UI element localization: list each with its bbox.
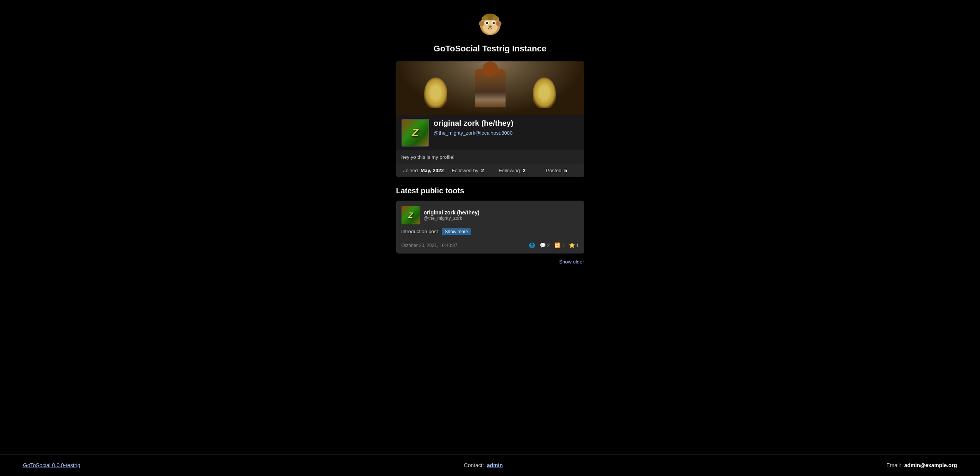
footer-contact-value[interactable]: admin [487, 462, 503, 468]
profile-stats: Joined May, 2022 Followed by 2 Following… [396, 164, 584, 177]
show-more-button[interactable]: Show more [442, 228, 471, 235]
footer-contact-label: Contact: [464, 462, 484, 468]
post-author-info: original zork (he/they) @the_mighty_zork [424, 209, 579, 221]
svg-point-7 [479, 21, 484, 26]
post-visibility-icon: 🌐 [529, 242, 535, 248]
post-author-name: original zork (he/they) [424, 209, 579, 216]
star-icon: ⭐ [569, 242, 575, 248]
site-logo [477, 12, 504, 40]
profile-banner [396, 61, 584, 115]
stat-followed-by: Followed by 2 [446, 168, 490, 173]
followed-by-count: 2 [481, 168, 484, 173]
post-reply-action[interactable]: 💬 2 [540, 242, 550, 248]
joined-date: May, 2022 [421, 168, 444, 173]
posted-count: 5 [564, 168, 567, 173]
following-count: 2 [523, 168, 526, 173]
profile-info: original zork (he/they) @the_mighty_zork… [396, 115, 584, 177]
footer-email: Email: admin@example.org [886, 462, 957, 468]
posted-label: Posted [546, 168, 561, 173]
svg-point-10 [481, 16, 488, 20]
post-author-row: original zork (he/they) @the_mighty_zork [402, 206, 579, 224]
latest-toots-title: Latest public toots [396, 186, 584, 195]
post-boost-action[interactable]: 🔁 1 [554, 242, 564, 248]
footer-email-label: Email: [886, 462, 901, 468]
site-footer: GoToSocial 0.0.0-testrig Contact: admin … [0, 454, 980, 476]
post-card: original zork (he/they) @the_mighty_zork… [396, 201, 584, 254]
site-header: GoToSocial Testrig Instance [434, 0, 547, 61]
followed-by-label: Followed by [452, 168, 478, 173]
profile-name-section: original zork (he/they) @the_mighty_zork… [434, 119, 579, 136]
avatar [402, 119, 429, 147]
svg-point-6 [488, 25, 491, 28]
svg-point-4 [486, 22, 488, 24]
show-older-link[interactable]: Show older [396, 259, 584, 265]
boost-icon: 🔁 [554, 242, 560, 248]
site-title: GoToSocial Testrig Instance [434, 44, 547, 54]
profile-top: original zork (he/they) @the_mighty_zork… [396, 115, 584, 150]
post-timestamp: October 20, 2021, 10:40:37 [402, 243, 525, 248]
post-avatar [402, 206, 420, 224]
banner-figure [475, 69, 506, 107]
svg-point-8 [496, 21, 501, 26]
profile-bio: hey yo this is my profile! [396, 150, 584, 164]
post-favorite-action[interactable]: ⭐ 1 [569, 242, 579, 248]
following-label: Following [499, 168, 520, 173]
boost-count: 1 [562, 243, 564, 248]
favorite-count: 1 [576, 243, 579, 248]
footer-contact: Contact: admin [464, 462, 503, 468]
stat-following: Following 2 [490, 168, 535, 173]
svg-point-5 [492, 22, 495, 24]
stat-joined: Joined May, 2022 [402, 168, 446, 173]
post-content: introduction post Show more [402, 228, 579, 235]
globe-icon: 🌐 [529, 242, 535, 248]
reply-icon: 💬 [540, 242, 546, 248]
post-text: introduction post [402, 229, 438, 234]
profile-card: original zork (he/they) @the_mighty_zork… [396, 61, 584, 177]
svg-point-11 [492, 16, 499, 20]
post-author-handle: @the_mighty_zork [424, 216, 579, 221]
post-meta: October 20, 2021, 10:40:37 🌐 💬 2 🔁 1 ⭐ 1 [402, 239, 579, 248]
reply-count: 2 [547, 243, 550, 248]
joined-label: Joined [403, 168, 418, 173]
footer-email-value: admin@example.org [904, 462, 957, 468]
banner-scene [396, 61, 584, 115]
footer-version-link[interactable]: GoToSocial 0.0.0-testrig [23, 462, 80, 468]
stat-posted: Posted 5 [534, 168, 579, 173]
profile-username[interactable]: @the_mighty_zork@localhost:8080 [434, 130, 513, 136]
profile-display-name: original zork (he/they) [434, 119, 579, 128]
